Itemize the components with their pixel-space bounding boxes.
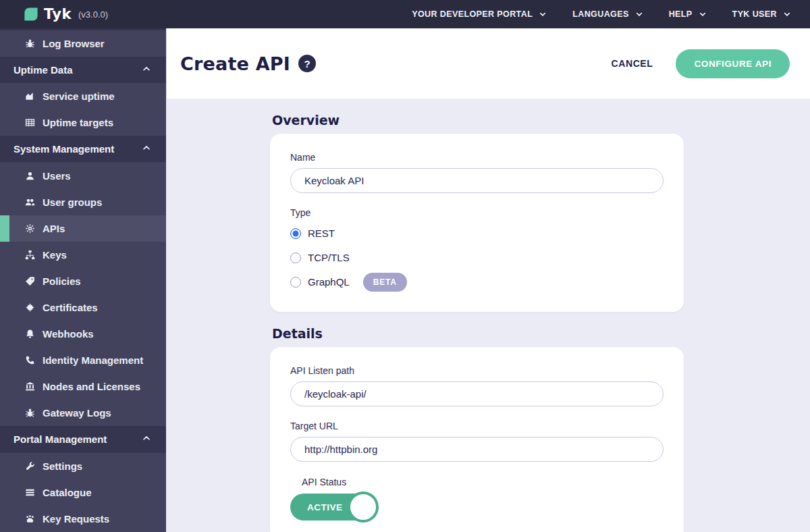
target-url-label: Target URL	[290, 421, 664, 431]
header-actions: CANCEL CONFIGURE API	[612, 49, 790, 78]
menu-developer-portal[interactable]: YOUR DEVELOPER PORTAL	[412, 9, 547, 19]
sidebar-item-catalogue[interactable]: Catalogue	[0, 479, 166, 506]
sidebar-item-nodes-and-licenses[interactable]: Nodes and Licenses	[0, 373, 166, 400]
logo-text: Tyk	[44, 7, 72, 22]
table-icon	[24, 117, 35, 128]
sidebar-item-apis[interactable]: APIs	[0, 215, 166, 242]
sidebar-section-uptime-data[interactable]: Uptime Data	[0, 57, 166, 83]
tyk-leaf-icon	[23, 6, 39, 22]
tag-icon	[24, 275, 35, 286]
configure-api-button[interactable]: CONFIGURE API	[676, 49, 790, 78]
bank-icon	[24, 381, 35, 392]
chevron-down-icon	[539, 10, 547, 18]
chevron-up-icon	[142, 433, 151, 445]
sidebar-item-identity-management[interactable]: Identity Management	[0, 347, 166, 373]
active-indicator	[0, 215, 9, 242]
sidebar-item-log-browser[interactable]: Log Browser	[0, 30, 166, 57]
radio-icon[interactable]	[290, 277, 301, 288]
details-card: API Listen path Target URL API Status AC…	[270, 347, 684, 532]
user-icon	[24, 170, 35, 181]
tyk-dashboard: Tyk (v3.0.0) YOUR DEVELOPER PORTAL LANGU…	[0, 0, 810, 532]
sidebar-section-portal-management[interactable]: Portal Management	[0, 426, 166, 452]
overview-heading: Overview	[270, 113, 684, 128]
toggle-state-label: ACTIVE	[290, 502, 343, 512]
menu-languages[interactable]: LANGUAGES	[572, 9, 643, 19]
sidebar-item-user-groups[interactable]: User groups	[0, 189, 166, 215]
radio-icon[interactable]	[290, 252, 301, 263]
menu-tyk-user[interactable]: TYK USER	[732, 9, 791, 19]
app-version: (v3.0.0)	[78, 9, 108, 20]
tyk-logo[interactable]: Tyk (v3.0.0)	[23, 6, 108, 22]
sidebar-section-system-management[interactable]: System Management	[0, 136, 166, 162]
details-heading: Details	[270, 326, 684, 341]
api-name-input[interactable]	[290, 168, 664, 193]
area-chart-icon	[24, 91, 35, 102]
sidebar-item-keys[interactable]: Keys	[0, 242, 166, 268]
sidebar-item-users[interactable]: Users	[0, 162, 166, 188]
list-icon	[24, 487, 35, 498]
name-label: Name	[290, 152, 664, 163]
users-icon	[24, 196, 35, 207]
chevron-up-icon	[142, 64, 151, 76]
api-status-toggle[interactable]: ACTIVE	[290, 494, 377, 521]
page-header: Create API ? CANCEL CONFIGURE API	[166, 28, 810, 99]
target-url-input[interactable]	[290, 437, 664, 462]
cog-icon	[24, 223, 35, 234]
certificate-icon	[24, 302, 35, 313]
menu-help[interactable]: HELP	[669, 9, 707, 19]
phone-icon	[24, 355, 35, 366]
page-body: Overview Name Type REST TCP/TLS	[166, 99, 810, 532]
paw-icon	[24, 513, 35, 524]
sidebar-item-gateway-logs[interactable]: Gateway Logs	[0, 400, 166, 426]
sidebar-item-webhooks[interactable]: Webhooks	[0, 321, 166, 347]
api-status-label: API Status	[302, 477, 664, 487]
cancel-button[interactable]: CANCEL	[612, 58, 653, 69]
listen-path-input[interactable]	[290, 381, 664, 406]
chevron-up-icon	[142, 143, 151, 155]
type-label: Type	[290, 207, 664, 218]
help-icon[interactable]: ?	[298, 55, 316, 72]
topnav: YOUR DEVELOPER PORTAL LANGUAGES HELP TYK…	[412, 9, 791, 19]
bug-icon	[24, 38, 35, 49]
listen-path-label: API Listen path	[290, 365, 664, 376]
chevron-down-icon	[699, 10, 707, 18]
toggle-knob[interactable]	[348, 491, 379, 523]
beta-badge: BETA	[363, 273, 407, 292]
page-title: Create API	[180, 53, 290, 74]
type-option-graphql[interactable]: GraphQL BETA	[290, 272, 664, 292]
sidebar-item-policies[interactable]: Policies	[0, 268, 166, 294]
type-option-tcp-tls[interactable]: TCP/TLS	[290, 248, 664, 267]
bug-icon	[24, 408, 35, 419]
sidebar: Log Browser Uptime Data Service uptime U…	[0, 28, 166, 532]
chevron-down-icon	[635, 10, 643, 18]
type-option-rest[interactable]: REST	[290, 223, 664, 243]
sidebar-item-service-uptime[interactable]: Service uptime	[0, 83, 166, 109]
sidebar-item-uptime-targets[interactable]: Uptime targets	[0, 109, 166, 136]
sidebar-item-settings[interactable]: Settings	[0, 453, 166, 479]
sidebar-item-key-requests[interactable]: Key Requests	[0, 506, 166, 532]
bell-icon	[24, 329, 35, 340]
sitemap-icon	[24, 249, 35, 260]
overview-card: Name Type REST TCP/TLS	[270, 134, 684, 312]
wrench-icon	[24, 460, 35, 471]
chevron-down-icon	[783, 10, 791, 18]
topbar: Tyk (v3.0.0) YOUR DEVELOPER PORTAL LANGU…	[0, 0, 810, 28]
sidebar-item-certificates[interactable]: Certificates	[0, 294, 166, 321]
radio-selected-icon[interactable]	[290, 228, 301, 239]
